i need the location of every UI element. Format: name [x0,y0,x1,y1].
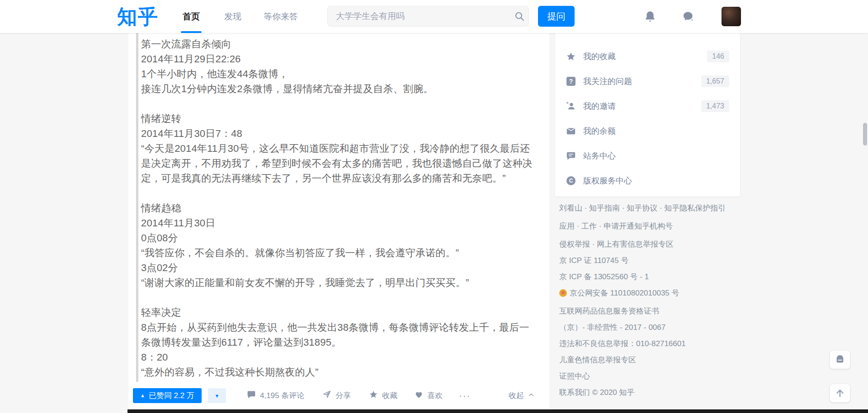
wallet-icon [566,126,576,136]
footer-links-row[interactable]: 应用 · 工作 · 申请开通知乎机构号 [559,221,740,231]
question-box-icon: ? [566,77,576,86]
quote-line: 第一次流露自杀倾向 [141,37,533,52]
comment-icon [247,390,256,401]
public-security-badge-icon [559,289,567,297]
zhihu-logo[interactable]: 知乎 [117,3,159,30]
footer-links-row[interactable]: 侵权举报 · 网上有害信息举报专区 [559,239,740,249]
footer-child-report[interactable]: 儿童色情信息举报专区 [559,355,740,365]
scrollbar-thumb[interactable] [863,123,867,145]
share-icon [322,390,331,401]
favorite-button[interactable]: 收藏 [369,390,397,401]
tab-home-label: 首页 [183,11,200,23]
upvote-button[interactable]: ▲ 已赞同 2.2 万 [133,388,202,403]
sidebar-item-station-center[interactable]: 站务中心 [555,143,740,168]
footer-license-center[interactable]: 证照中心 [559,371,740,381]
quote-line: 1个半小时内，他连发44条微博， [141,66,533,81]
like-label: 喜欢 [427,390,443,401]
quote-paragraph: 轻率决定 8点开始，从买药到他失去意识，他一共发出38条微博，每条微博评论转发上… [141,305,533,380]
quote-paragraph: 情绪逆转 2014年11月30日7：48 “今天是2014年11月30号，这么早… [141,111,533,186]
quote-line: 0点08分 [141,230,533,245]
quote-paragraph: 情绪趋稳 2014年11月30日 0点08分 “我答应你，不会自杀的。就像你当初… [141,201,533,290]
quote-line: 2014年11月30日7：48 [141,126,533,141]
footer-public-security-record[interactable]: 京公网安备 11010802010035 号 [559,288,740,298]
collapse-answer-button[interactable]: 收起 [509,390,534,401]
comments-label: 4,195 条评论 [260,390,304,401]
quote-line: 接连几次1分钟内连发2条微博，显得情绪亢奋并提及自杀、割腕。 [141,81,533,96]
sidebar-item-label: 站务中心 [583,150,616,161]
quote-line: “意外的容易，不过我这种长期熬夜的人” [141,365,533,380]
star-icon [369,390,378,401]
footer-icp-license[interactable]: 京 ICP 证 110745 号 [559,255,740,266]
footer-contact-copyright[interactable]: 联系我们 © 2020 知乎 [559,387,740,398]
footer-links-row[interactable]: 刘看山 · 知乎指南 · 知乎协议 · 知乎隐私保护指引 [559,203,740,213]
share-button[interactable]: 分享 [322,390,351,401]
favorite-label: 收藏 [382,390,397,401]
upvote-triangle-icon: ▲ [140,393,145,398]
answer-card: 第一次流露自杀倾向 2014年11月29日22:26 1个半小时内，他连发44条… [128,33,549,409]
feedback-button[interactable] [830,351,850,369]
sidebar-item-invitations[interactable]: 我的邀请 1,473 [555,94,740,118]
sidebar-item-label: 版权服务中心 [583,175,632,186]
quote-line: 8点开始，从买药到他失去意识，他一共发出38条微博，每条微博评论转发上千，最后一… [141,320,533,350]
tab-discover[interactable]: 发现 [224,0,241,33]
quote-line: “我答应你，不会自杀的。就像你当初答应了我一样，我会遵守承诺的。” [141,245,533,260]
footer-cert-number[interactable]: （京）- 非经营性 - 2017 - 0067 [559,322,740,333]
back-to-top-icon [835,388,845,398]
chat-square-icon [566,151,576,161]
sidebar-item-favorites[interactable]: 我的收藏 146 [555,44,740,69]
sidebar-item-copyright-center[interactable]: C 版权服务中心 [555,168,740,193]
answer-action-bar: ▲ 已赞同 2.2 万 ▼ 4,195 条评论 分享 [128,382,549,409]
person-plus-icon [566,101,576,111]
quote-line: 轻率决定 [141,305,533,320]
upvote-label: 已赞同 2.2 万 [149,390,194,401]
heart-icon [415,390,423,401]
sidebar-item-followed-questions[interactable]: ? 我关注的问题 1,657 [555,69,740,94]
search-input[interactable] [328,6,510,26]
chevron-up-icon [528,391,534,400]
quote-line: 情绪趋稳 [141,201,533,216]
quote-line: “谢谢大家的正能量和前女友不懈的开导，我睡觉去了，明早出门买买买。” [141,275,533,290]
navbar: 知乎 首页 发现 等你来答 提问 [0,0,868,33]
share-label: 分享 [335,390,351,401]
star-icon [566,52,576,61]
quote-line: 2014年11月30日 [141,216,533,230]
downvote-button[interactable]: ▼ [208,388,226,403]
profile-shortcuts-card: 我的收藏 146 ? 我关注的问题 1,657 我的邀请 1,473 [555,33,740,197]
count-badge: 1,657 [701,75,729,87]
copyright-icon: C [566,176,576,185]
footer-report-hotline[interactable]: 违法和不良信息举报：010-82716601 [559,338,740,349]
bottom-strip [127,409,868,413]
more-label: ··· [459,390,471,401]
count-badge: 1,473 [701,100,729,112]
collapse-label: 收起 [509,390,524,401]
footer-icp-record[interactable]: 京 ICP 备 13052560 号 - 1 [559,272,740,282]
sidebar-item-label: 我的余额 [583,126,616,136]
sidebar-item-label: 我的邀请 [583,101,616,112]
footer-drug-info-cert[interactable]: 互联网药品信息服务资格证书 [559,306,740,316]
comments-button[interactable]: 4,195 条评论 [247,390,304,401]
tab-waiting-answers-label: 等你来答 [264,11,298,23]
sidebar-item-label: 我关注的问题 [583,76,632,87]
tab-waiting-answers[interactable]: 等你来答 [264,0,298,33]
quote-paragraph: 第一次流露自杀倾向 2014年11月29日22:26 1个半小时内，他连发44条… [141,37,533,96]
more-actions-button[interactable]: ··· [459,390,471,401]
sidebar-item-balance[interactable]: 我的余额 [555,118,740,143]
search-icon[interactable] [510,11,528,22]
ask-question-button[interactable]: 提问 [538,6,575,27]
tab-discover-label: 发现 [224,11,241,23]
feedback-icon [835,355,845,365]
messages-chat-icon[interactable] [682,10,695,23]
quote-line: 8：20 [141,350,533,365]
back-to-top-button[interactable] [830,384,850,402]
tab-home[interactable]: 首页 [183,0,200,33]
notifications-bell-icon[interactable] [644,10,656,23]
answer-quote-block: 第一次流露自杀倾向 2014年11月29日22:26 1个半小时内，他连发44条… [128,33,549,380]
sidebar-item-label: 我的收藏 [583,51,616,62]
quote-line: 3点02分 [141,260,533,275]
search-box [327,6,529,27]
like-button[interactable]: 喜欢 [415,390,443,401]
avatar[interactable] [722,7,741,26]
quote-line: 情绪逆转 [141,111,533,126]
quote-line: 2014年11月29日22:26 [141,52,533,66]
site-footer: 刘看山 · 知乎指南 · 知乎协议 · 知乎隐私保护指引 应用 · 工作 · 申… [559,203,740,404]
